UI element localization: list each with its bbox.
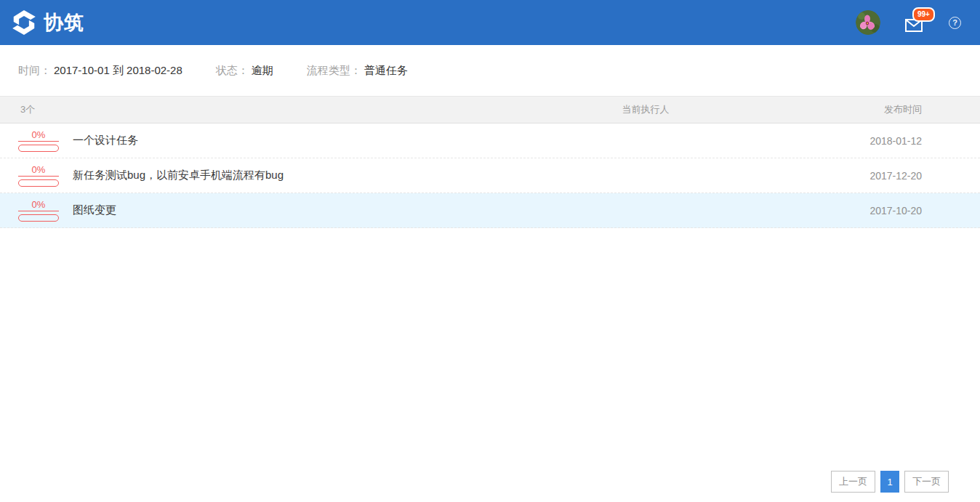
app-header: 协筑 99 — [0, 0, 980, 45]
brand-name: 协筑 — [44, 9, 84, 36]
avatar[interactable] — [856, 10, 880, 35]
filter-status-label: 状态： — [216, 64, 249, 78]
pagination: 上一页 1 下一页 — [831, 471, 949, 493]
filter-status-value[interactable]: 逾期 — [252, 64, 273, 78]
current-page-button[interactable]: 1 — [880, 471, 899, 493]
messages-button[interactable]: 99+ — [905, 13, 924, 32]
table-row[interactable]: 0% 图纸变更 2017-10-20 — [0, 193, 980, 228]
table-header-count: 3个 — [0, 103, 515, 116]
progress-bar — [18, 145, 59, 152]
task-title[interactable]: 图纸变更 — [73, 203, 116, 217]
table-header-publish-time: 发布时间 — [776, 103, 980, 116]
filter-type: 流程类型： 普通任务 — [307, 64, 408, 78]
progress-percent: 0% — [18, 199, 59, 211]
prev-page-button[interactable]: 上一页 — [831, 471, 875, 493]
progress-bar — [18, 214, 59, 222]
help-icon[interactable]: ? — [949, 17, 961, 29]
progress-percent: 0% — [18, 129, 59, 142]
filter-type-label: 流程类型： — [307, 64, 361, 78]
table-header: 3个 当前执行人 发布时间 — [0, 96, 980, 124]
table-header-executor: 当前执行人 — [515, 103, 776, 116]
task-title[interactable]: 新任务测试bug，以前安卓手机端流程有bug — [73, 169, 284, 182]
notification-badge: 99+ — [912, 7, 935, 22]
progress-indicator: 0% — [18, 164, 59, 187]
table-row[interactable]: 0% 新任务测试bug，以前安卓手机端流程有bug 2017-12-20 — [0, 158, 980, 193]
progress-percent: 0% — [18, 164, 59, 177]
brand-logo-icon — [10, 9, 38, 36]
task-publish-date: 2018-01-12 — [776, 135, 980, 147]
filter-bar: 时间： 2017-10-01 到 2018-02-28 状态： 逾期 流程类型：… — [0, 45, 980, 96]
task-publish-date: 2017-10-20 — [776, 205, 980, 216]
brand[interactable]: 协筑 — [10, 9, 84, 36]
progress-bar — [18, 179, 59, 187]
filter-type-value[interactable]: 普通任务 — [364, 64, 408, 78]
table-row[interactable]: 0% 一个设计任务 2018-01-12 — [0, 124, 980, 158]
task-publish-date: 2017-12-20 — [776, 170, 980, 182]
progress-indicator: 0% — [18, 129, 59, 152]
filter-time-value[interactable]: 2017-10-01 到 2018-02-28 — [54, 64, 182, 78]
progress-indicator: 0% — [18, 199, 59, 222]
filter-time-label: 时间： — [18, 64, 51, 78]
next-page-button[interactable]: 下一页 — [904, 471, 949, 493]
filter-status: 状态： 逾期 — [216, 64, 273, 78]
filter-time: 时间： 2017-10-01 到 2018-02-28 — [18, 64, 182, 78]
task-title[interactable]: 一个设计任务 — [73, 134, 138, 147]
